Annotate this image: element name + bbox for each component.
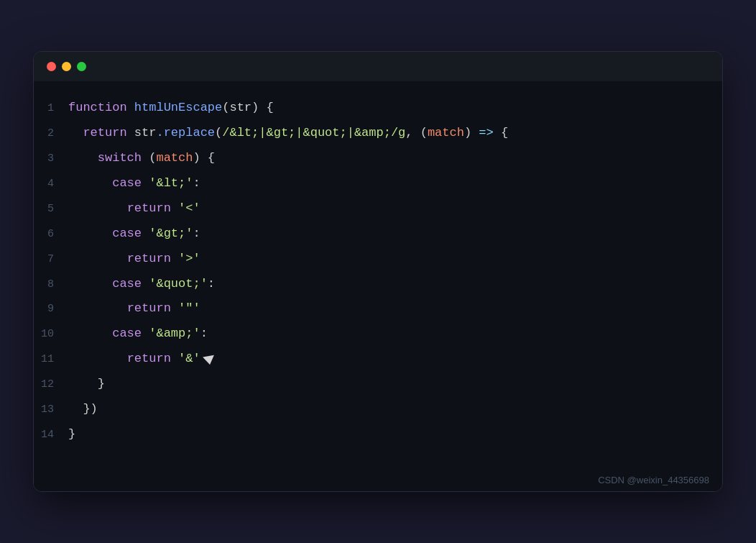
titlebar <box>34 52 722 81</box>
code-line-6: 6 case '&gt;': <box>34 222 722 247</box>
line-num-4: 4 <box>34 175 68 193</box>
code-line-9: 9 return '"' <box>34 296 722 321</box>
line-num-9: 9 <box>34 300 68 319</box>
maximize-button[interactable] <box>77 62 86 71</box>
line-num-3: 3 <box>34 150 68 168</box>
code-content-8: case '&quot;': <box>68 274 722 295</box>
watermark: CSDN @weixin_44356698 <box>34 469 722 491</box>
code-line-2: 2 return str.replace(/&lt;|&gt;|&quot;|&… <box>34 121 722 146</box>
code-content-3: switch (match) { <box>68 148 722 169</box>
code-content-5: return '<' <box>68 199 722 219</box>
code-line-3: 3 switch (match) { <box>34 146 722 171</box>
line-num-11: 11 <box>34 350 68 369</box>
code-line-13: 13 }) <box>34 397 722 422</box>
code-content-13: }) <box>68 399 722 420</box>
watermark-text: CSDN @weixin_44356698 <box>598 475 709 485</box>
line-num-13: 13 <box>34 401 68 419</box>
line-num-2: 2 <box>34 124 68 143</box>
code-line-4: 4 case '&lt;': <box>34 171 722 196</box>
code-content-11: return '&' <box>68 349 722 370</box>
line-num-5: 5 <box>34 200 68 219</box>
code-line-12: 12 } <box>34 372 722 397</box>
line-num-6: 6 <box>34 225 68 244</box>
code-area: 1 function htmlUnEscape(str) { 2 return … <box>34 81 722 468</box>
code-content-14: } <box>68 424 722 445</box>
minimize-button[interactable] <box>62 62 71 71</box>
code-line-7: 7 return '>' <box>34 247 722 272</box>
code-content-9: return '"' <box>68 298 722 319</box>
code-content-4: case '&lt;': <box>68 173 722 194</box>
line-num-7: 7 <box>34 250 68 269</box>
code-line-8: 8 case '&quot;': <box>34 272 722 297</box>
code-content-2: return str.replace(/&lt;|&gt;|&quot;|&am… <box>68 123 722 144</box>
line-num-10: 10 <box>34 325 68 344</box>
code-line-5: 5 return '<' <box>34 196 722 222</box>
close-button[interactable] <box>47 62 56 71</box>
code-content-12: } <box>68 374 722 395</box>
code-line-10: 10 case '&amp;': <box>34 321 722 347</box>
line-num-12: 12 <box>34 375 68 394</box>
code-line-14: 14 } <box>34 422 722 447</box>
line-num-14: 14 <box>34 426 68 444</box>
code-window: 1 function htmlUnEscape(str) { 2 return … <box>33 51 723 491</box>
code-line-1: 1 function htmlUnEscape(str) { <box>34 96 722 121</box>
code-content-6: case '&gt;': <box>68 224 722 245</box>
line-num-8: 8 <box>34 275 68 294</box>
code-line-11: 11 return '&' <box>34 347 722 372</box>
code-content-1: function htmlUnEscape(str) { <box>68 98 722 119</box>
code-content-10: case '&amp;': <box>68 324 722 344</box>
line-num-1: 1 <box>34 99 68 118</box>
code-content-7: return '>' <box>68 249 722 270</box>
